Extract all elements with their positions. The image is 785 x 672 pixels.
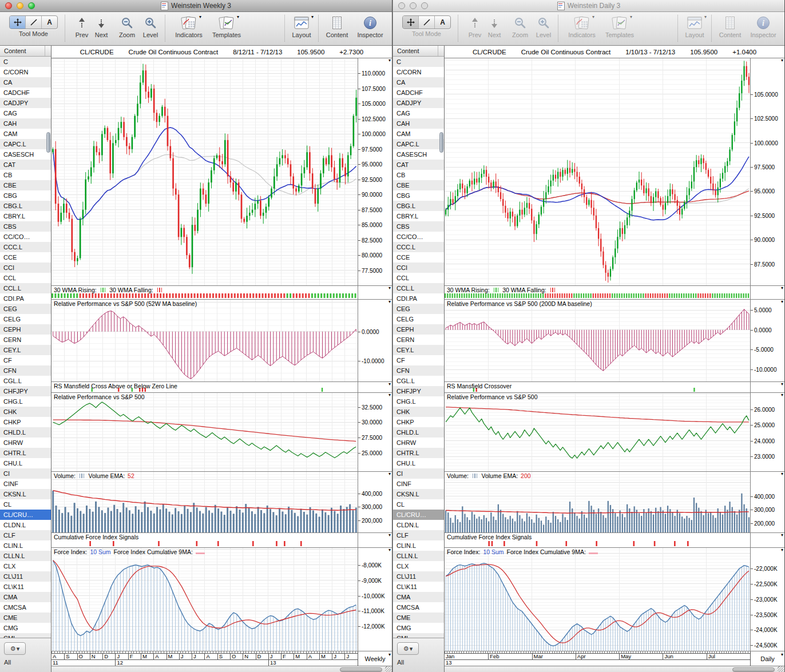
symbol-list-item[interactable]: CBE <box>393 180 444 190</box>
close-button[interactable] <box>398 2 405 9</box>
symbol-list-item[interactable]: CLX <box>393 561 444 571</box>
symbol-list[interactable]: CC/CORNCACADCHFCADJPYCAGCAHCAMCAPC.LCASE… <box>0 57 51 638</box>
symbol-list-item[interactable]: CCL <box>393 273 444 283</box>
symbol-list-item[interactable]: CCI <box>0 263 51 273</box>
symbol-list-item[interactable]: CGL.L <box>0 376 51 386</box>
symbol-list-item[interactable]: CA <box>0 77 51 88</box>
sidebar-scrollbar-thumb[interactable] <box>46 132 50 153</box>
symbol-list-item[interactable]: CMI <box>0 633 51 638</box>
symbol-list-item[interactable]: CDI.PA <box>0 293 51 304</box>
indicators-button[interactable]: ▾Indicators <box>172 15 206 38</box>
symbol-list-item[interactable]: CMCSA <box>393 602 444 613</box>
inspector-button[interactable]: iInspector <box>354 15 387 38</box>
zoom-button-toolbar[interactable]: Zoom <box>117 15 137 38</box>
panel-menu-icon[interactable]: ▾ <box>781 382 783 387</box>
symbol-list-item[interactable]: CDI.PA <box>393 293 444 304</box>
symbol-list-item[interactable]: CF <box>393 355 444 365</box>
panel-strip-chart[interactable]: 30 WMA Rising:30 WMA Falling: <box>51 286 358 299</box>
symbol-list-item[interactable]: CEPH <box>393 324 444 335</box>
symbol-list-item[interactable]: CL <box>393 499 444 510</box>
symbol-list-item[interactable]: CELG <box>393 314 444 324</box>
symbol-list-item[interactable]: CMCSA <box>0 602 51 613</box>
line-tool-button[interactable] <box>418 16 434 29</box>
move-tool-button[interactable] <box>403 16 418 29</box>
panel-mans-chart[interactable]: RS Mansfield Crossover <box>445 382 750 392</box>
symbol-list-item[interactable]: CME <box>0 613 51 623</box>
symbol-list-item[interactable]: CEY.L <box>0 345 51 355</box>
symbol-list-item[interactable]: CHK <box>393 407 444 417</box>
panel-force-chart[interactable]: Force Index:10 SumForce Index Cumulative… <box>51 548 358 651</box>
symbol-list-item[interactable]: CAM <box>393 129 444 139</box>
symbol-list-item[interactable]: CMG <box>0 623 51 633</box>
symbol-list-item[interactable]: CC/CO… <box>0 232 51 242</box>
symbol-list-item[interactable]: CADJPY <box>0 98 51 108</box>
symbol-list-item[interactable]: CMG <box>393 623 444 633</box>
layout-button[interactable]: ▾Layout <box>682 15 707 38</box>
minimize-button[interactable] <box>410 2 417 9</box>
panel-vol-chart[interactable]: Volume:Volume EMA:52 <box>51 472 358 532</box>
title-bar[interactable]: Weinstein Daily 3 <box>393 0 784 12</box>
horizontal-scrollbar[interactable] <box>51 666 392 672</box>
panel-rp2-chart[interactable]: Relative Performance vs S&P 500 <box>445 393 750 471</box>
symbol-list-item[interactable]: CFN <box>393 365 444 376</box>
symbol-list-item[interactable]: CCL <box>0 273 51 283</box>
symbol-list-item[interactable]: CHK <box>0 407 51 417</box>
symbol-list-item[interactable]: CEG <box>0 304 51 314</box>
symbol-list-item[interactable]: CBRY.L <box>0 211 51 221</box>
symbol-list-item[interactable]: C <box>393 57 444 67</box>
symbol-list-item[interactable]: CCE <box>0 252 51 263</box>
symbol-list-item[interactable]: CMA <box>393 592 444 602</box>
symbol-list-item[interactable]: CBG <box>0 190 51 201</box>
symbol-list-item[interactable]: CLX <box>0 561 51 571</box>
tool-mode-segmented[interactable]: A <box>402 15 451 29</box>
panel-menu-icon[interactable]: ▾ <box>388 548 391 552</box>
level-button[interactable]: Level <box>534 15 553 38</box>
resize-grip[interactable] <box>385 666 391 672</box>
symbol-list-item[interactable]: CHG.L <box>0 396 51 407</box>
symbol-list-item[interactable]: CB <box>0 170 51 180</box>
symbol-list-item[interactable]: CAT <box>393 160 444 170</box>
layout-button[interactable]: ▾Layout <box>289 15 314 38</box>
symbol-list-item[interactable]: CHTR.L <box>393 448 444 458</box>
panel-menu-icon[interactable]: ▾ <box>781 300 783 304</box>
symbol-list-item[interactable]: CCC.L <box>0 242 51 252</box>
zoom-button[interactable] <box>421 2 428 9</box>
text-tool-button[interactable]: A <box>434 16 450 29</box>
symbol-list-item[interactable]: CLIN.L <box>393 540 444 551</box>
symbol-list-item[interactable]: CHLD.L <box>393 427 444 438</box>
sidebar-scrollbar-thumb[interactable] <box>439 132 443 153</box>
symbol-list-item[interactable]: CAPC.L <box>0 139 51 149</box>
line-tool-button[interactable] <box>25 16 41 29</box>
templates-button[interactable]: ▾Templates <box>209 15 244 38</box>
symbol-list-item-selected[interactable]: CL/CRU… <box>0 510 51 520</box>
symbol-list-item[interactable]: CLIN.L <box>0 540 51 551</box>
gear-menu-button[interactable]: ⚙▾ <box>397 642 419 655</box>
symbol-list-item[interactable]: CINF <box>0 479 51 489</box>
symbol-list-item[interactable]: CLLN.L <box>393 551 444 561</box>
symbol-list-item[interactable]: CHLD.L <box>0 427 51 438</box>
symbol-list-item[interactable]: CLLN.L <box>0 551 51 561</box>
content-button[interactable]: Content <box>323 15 351 38</box>
symbol-list-item[interactable]: CLF <box>393 530 444 540</box>
panel-price-chart[interactable] <box>51 58 358 285</box>
symbol-list-item[interactable]: CL\K11 <box>0 582 51 592</box>
symbol-list-item[interactable]: CEPH <box>0 324 51 335</box>
symbol-list-item-selected[interactable]: CL/CRU… <box>393 510 444 520</box>
symbol-list-item[interactable]: CBS <box>393 221 444 232</box>
symbol-list-item[interactable]: CKSN.L <box>0 489 51 499</box>
symbol-list-item[interactable]: CL\J11 <box>0 571 51 582</box>
panel-menu-icon[interactable]: ▾ <box>388 58 391 63</box>
symbol-list-item[interactable]: CBG.L <box>393 201 444 211</box>
zoom-button-toolbar[interactable]: Zoom <box>510 15 530 38</box>
periodicity-selector[interactable]: Daily▾ <box>750 651 784 666</box>
panel-menu-icon[interactable]: ▾ <box>781 533 783 538</box>
symbol-list-item[interactable]: CLDN.L <box>0 520 51 530</box>
zoom-button[interactable] <box>28 2 35 9</box>
symbol-list[interactable]: CC/CORNCACADCHFCADJPYCAGCAHCAMCAPC.LCASE… <box>393 57 444 638</box>
panel-rp-chart[interactable]: Relative Performance vs S&P 500 (200D MA… <box>445 300 750 381</box>
panel-menu-icon[interactable]: ▾ <box>781 548 783 552</box>
symbol-list-item[interactable]: CKSN.L <box>393 489 444 499</box>
symbol-list-item[interactable]: CB <box>393 170 444 180</box>
panel-cfis-chart[interactable]: Cumulative Force Index Signals <box>51 533 358 547</box>
panel-menu-icon[interactable]: ▾ <box>781 58 783 63</box>
